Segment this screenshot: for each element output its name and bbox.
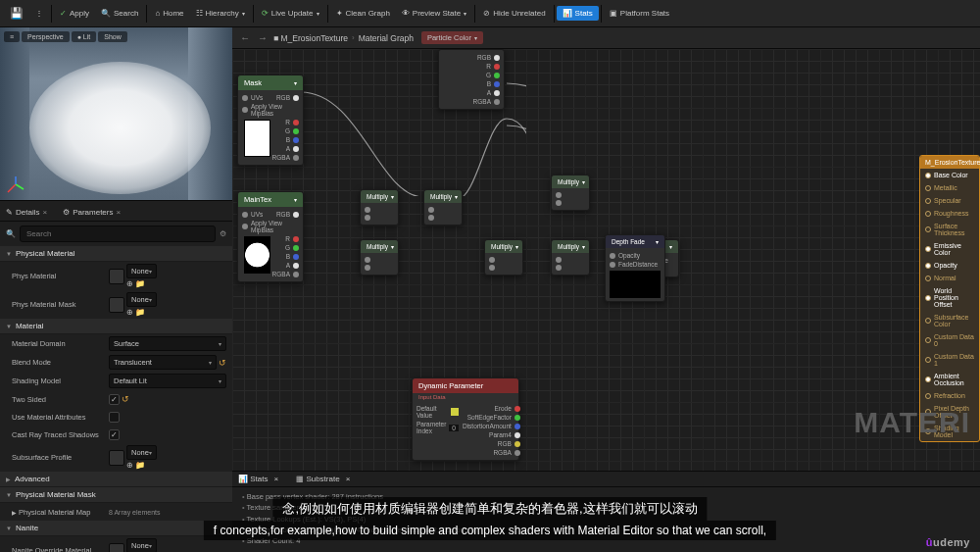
prop-label: Shading Model — [12, 376, 109, 385]
breadcrumb-material[interactable]: ■ M_ErosionTexture — [273, 33, 348, 43]
hierarchy-button[interactable]: ☷Hierarchy▾ — [190, 6, 251, 21]
prop-label: Phys Material — [12, 272, 109, 280]
prop-label: ▶ Physical Material Map — [12, 508, 109, 517]
node-multiply-2[interactable]: Multiply▾ — [423, 189, 463, 226]
browse-button[interactable]: ⋮ — [29, 6, 49, 21]
array-count: 8 Array elements — [109, 509, 161, 516]
svg-line-0 — [8, 184, 16, 192]
asset-thumb[interactable] — [109, 450, 124, 466]
prop-label: Subsurface Profile — [12, 453, 109, 462]
hide-unrelated-button[interactable]: ⊘Hide Unrelated — [477, 6, 551, 21]
axis-gizmo-icon — [6, 175, 25, 194]
nav-fwd-icon[interactable]: → — [256, 32, 270, 43]
subsurface-dropdown[interactable]: None▾ — [126, 445, 157, 460]
node-multiply-4[interactable]: Multiply▾ — [484, 239, 523, 276]
cat-physical-material-mask[interactable]: ▼Physical Material Mask — [0, 487, 232, 503]
node-multiply-3[interactable]: Multiply▾ — [360, 239, 399, 276]
use-icon[interactable]: ⊕ — [126, 461, 133, 470]
browse-icon[interactable]: 📁 — [135, 279, 145, 288]
cat-nanite[interactable]: ▼Nanite — [0, 521, 232, 536]
prop-label: Cast Ray Traced Shadows — [12, 430, 109, 439]
output-title: M_ErosionTexture — [920, 156, 979, 169]
texture-preview — [244, 120, 270, 157]
svg-line-1 — [16, 184, 24, 189]
cat-physical-material[interactable]: ▼Physical Material — [0, 246, 232, 262]
stats-tab[interactable]: 📊 Stats — [238, 475, 268, 483]
browse-icon[interactable]: 📁 — [135, 308, 145, 317]
node-particle-color[interactable]: RGB R G B A RGBA — [438, 49, 505, 110]
apply-button[interactable]: ✓Apply — [54, 6, 95, 21]
prop-label: Nanite Override Material — [12, 546, 109, 552]
blend-mode-dropdown[interactable]: Translucent▾ — [109, 355, 217, 370]
viewport-show[interactable]: Show — [98, 31, 127, 42]
close-icon[interactable]: × — [116, 208, 121, 217]
cast-ray-shadows-checkbox[interactable] — [109, 429, 120, 440]
breadcrumb-graph[interactable]: Material Graph — [359, 33, 414, 43]
live-update-button[interactable]: ⟳Live Update▾ — [256, 6, 325, 21]
shading-model-dropdown[interactable]: Default Lit▾ — [109, 374, 226, 388]
prop-label: Blend Mode — [12, 358, 109, 367]
graph-nav: ← → ■ M_ErosionTexture › Material Graph … — [232, 27, 980, 49]
viewport-lit[interactable]: ● Lit — [72, 31, 97, 42]
udemy-logo: ûudemy — [926, 536, 970, 548]
phys-material-mask-dropdown[interactable]: None▾ — [126, 292, 157, 307]
node-multiply-6[interactable]: Multiply▾ — [551, 239, 590, 276]
asset-thumb[interactable] — [109, 269, 124, 284]
browse-icon[interactable]: 📁 — [135, 461, 145, 470]
reset-icon[interactable]: ↺ — [219, 358, 226, 368]
material-domain-dropdown[interactable]: Surface▾ — [109, 336, 226, 351]
use-icon[interactable]: ⊕ — [126, 279, 133, 288]
cat-advanced[interactable]: ▶Advanced — [0, 472, 232, 487]
node-material-output[interactable]: M_ErosionTexture Base Color Metallic Spe… — [919, 155, 980, 442]
viewport-menu-icon[interactable]: ≡ — [4, 31, 20, 42]
cat-material[interactable]: ▼Material — [0, 319, 232, 334]
material-viewport[interactable]: ≡ Perspective ● Lit Show — [0, 27, 232, 201]
platform-stats-button[interactable]: ▣Platform Stats — [604, 6, 675, 21]
substrate-tab[interactable]: ▦ Substrate — [296, 475, 339, 483]
node-dynamic-parameter[interactable]: Dynamic Parameter Input Data Default Val… — [412, 377, 519, 461]
prop-label: Use Material Attributes — [12, 413, 109, 422]
close-icon[interactable]: × — [42, 208, 47, 217]
details-panel: ✎ Details × ⚙ Parameters × 🔍 ⚙ ▼Physical… — [0, 201, 232, 552]
save-icon[interactable]: 💾 — [4, 4, 29, 23]
home-button[interactable]: ⌂Home — [149, 6, 189, 21]
tab-details[interactable]: ✎ Details × — [4, 204, 49, 221]
viewport-perspective[interactable]: Perspective — [22, 31, 70, 42]
subtitle-chinese: 念,例如如何使用材质编辑器创建简单和复杂的着色器,这样我们就可以滚动 — [272, 497, 707, 521]
prop-label: Material Domain — [12, 339, 109, 348]
close-icon[interactable]: × — [273, 475, 278, 483]
top-toolbar: 💾 ⋮ ✓Apply 🔍Search ⌂Home ☷Hierarchy▾ ⟳Li… — [0, 0, 980, 27]
gear-icon[interactable]: ⚙ — [220, 229, 226, 238]
asset-thumb[interactable] — [109, 297, 124, 313]
use-material-attr-checkbox[interactable] — [109, 412, 120, 423]
details-search-input[interactable] — [20, 226, 216, 242]
prop-label: Two Sided — [12, 395, 109, 404]
phys-material-dropdown[interactable]: None▾ — [126, 264, 157, 278]
asset-thumb[interactable] — [109, 543, 124, 553]
node-depth-fade[interactable]: Depth Fade▾ OpacityFadeDistance — [605, 234, 665, 302]
node-maintex[interactable]: MainTex▾ UVs RGB Apply View MipBias R G … — [237, 191, 304, 282]
prop-label: Phys Material Mask — [12, 300, 109, 309]
particle-color-chip[interactable]: Particle Color▾ — [421, 31, 483, 44]
nanite-dropdown[interactable]: None▾ — [126, 538, 157, 552]
node-multiply-1[interactable]: Multiply▾ — [360, 189, 399, 226]
left-panel: ≡ Perspective ● Lit Show ✎ Details × ⚙ P… — [0, 27, 232, 552]
node-multiply-5[interactable]: Multiply▾ — [551, 175, 590, 211]
two-sided-checkbox[interactable] — [109, 394, 120, 405]
nav-back-icon[interactable]: ← — [238, 32, 252, 43]
tab-parameters[interactable]: ⚙ Parameters × — [61, 204, 122, 221]
close-icon[interactable]: × — [346, 475, 351, 483]
reset-icon[interactable]: ↺ — [122, 394, 129, 404]
preview-state-button[interactable]: 👁Preview State▾ — [396, 6, 472, 21]
watermark: MATERI — [854, 406, 970, 439]
use-icon[interactable]: ⊕ — [126, 308, 133, 317]
texture-preview — [244, 236, 270, 274]
subtitle-english: f concepts,for example,how to build simp… — [204, 521, 776, 540]
clean-graph-button[interactable]: ✦Clean Graph — [330, 6, 396, 21]
node-mask-texture[interactable]: Mask▾ UVs RGB Apply View MipBias — [237, 75, 304, 166]
search-button[interactable]: 🔍Search — [95, 6, 144, 21]
stats-button[interactable]: 📊Stats — [557, 6, 599, 21]
